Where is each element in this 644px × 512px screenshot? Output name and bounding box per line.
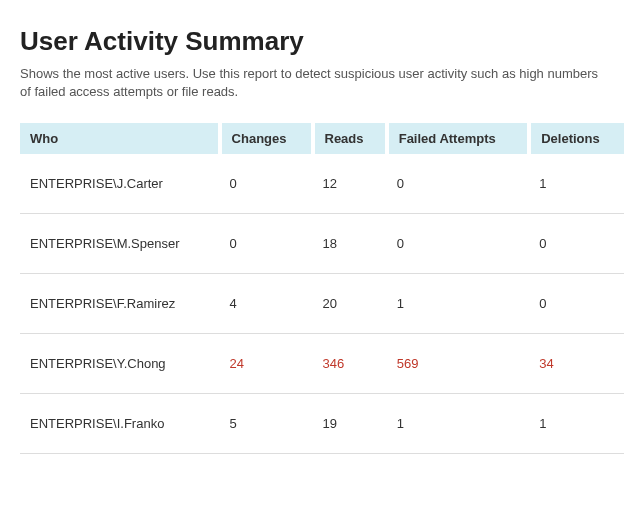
cell-reads: 18	[313, 214, 387, 274]
cell-who: ENTERPRISE\I.Franko	[20, 394, 220, 454]
cell-deletions: 34	[529, 334, 624, 394]
cell-changes: 5	[220, 394, 313, 454]
col-who: Who	[20, 123, 220, 154]
table-row: ENTERPRISE\F.Ramirez42010	[20, 274, 624, 334]
col-changes: Changes	[220, 123, 313, 154]
col-reads: Reads	[313, 123, 387, 154]
activity-table: Who Changes Reads Failed Attempts Deleti…	[20, 123, 624, 454]
cell-failed: 0	[387, 214, 529, 274]
cell-changes: 4	[220, 274, 313, 334]
cell-deletions: 0	[529, 214, 624, 274]
cell-reads: 19	[313, 394, 387, 454]
cell-deletions: 1	[529, 394, 624, 454]
page-subtitle: Shows the most active users. Use this re…	[20, 65, 600, 101]
table-row: ENTERPRISE\M.Spenser01800	[20, 214, 624, 274]
cell-changes: 0	[220, 214, 313, 274]
cell-failed: 1	[387, 394, 529, 454]
cell-reads: 12	[313, 154, 387, 214]
cell-who: ENTERPRISE\J.Carter	[20, 154, 220, 214]
cell-who: ENTERPRISE\F.Ramirez	[20, 274, 220, 334]
cell-deletions: 0	[529, 274, 624, 334]
cell-changes: 24	[220, 334, 313, 394]
page-title: User Activity Summary	[20, 26, 624, 57]
cell-deletions: 1	[529, 154, 624, 214]
cell-failed: 569	[387, 334, 529, 394]
table-header-row: Who Changes Reads Failed Attempts Deleti…	[20, 123, 624, 154]
table-row: ENTERPRISE\I.Franko51911	[20, 394, 624, 454]
cell-changes: 0	[220, 154, 313, 214]
cell-reads: 20	[313, 274, 387, 334]
cell-failed: 0	[387, 154, 529, 214]
cell-who: ENTERPRISE\M.Spenser	[20, 214, 220, 274]
col-failed: Failed Attempts	[387, 123, 529, 154]
table-row: ENTERPRISE\Y.Chong2434656934	[20, 334, 624, 394]
cell-failed: 1	[387, 274, 529, 334]
col-deletions: Deletions	[529, 123, 624, 154]
table-row: ENTERPRISE\J.Carter01201	[20, 154, 624, 214]
cell-who: ENTERPRISE\Y.Chong	[20, 334, 220, 394]
cell-reads: 346	[313, 334, 387, 394]
